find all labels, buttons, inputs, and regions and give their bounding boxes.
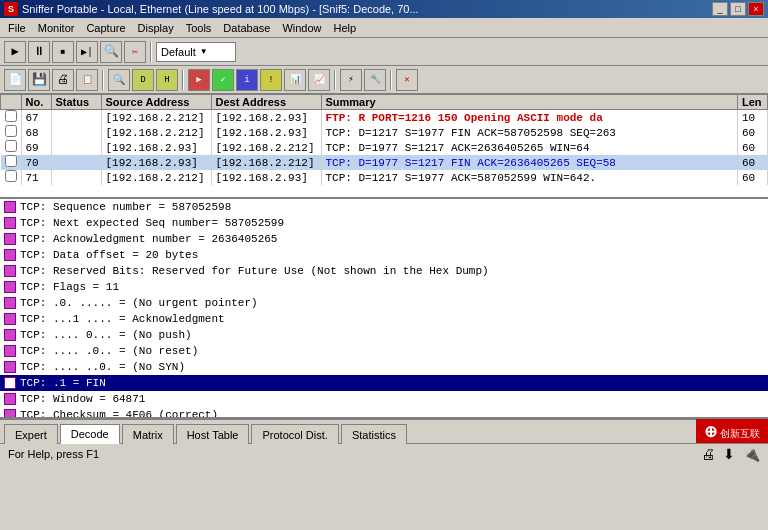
decode-icon — [4, 409, 16, 419]
menu-tools[interactable]: Tools — [180, 20, 218, 36]
menu-window[interactable]: Window — [276, 20, 327, 36]
packet-cell: 60 — [738, 140, 768, 155]
decode-line[interactable]: TCP: .1 = FIN — [0, 375, 768, 391]
decode-line[interactable]: TCP: .... .0.. = (No reset) — [0, 343, 768, 359]
decode-icon — [4, 201, 16, 213]
decode-line[interactable]: TCP: Sequence number = 587052598 — [0, 199, 768, 215]
decode-icon — [4, 281, 16, 293]
decode-line[interactable]: TCP: .... ..0. = (No SYN) — [0, 359, 768, 375]
col-src-header: Source Address — [101, 95, 211, 110]
tb2-icon2[interactable]: ✓ — [212, 69, 234, 91]
title-buttons: _ □ × — [712, 2, 764, 16]
packet-cell: 70 — [21, 155, 51, 170]
hex-button[interactable]: H — [156, 69, 178, 91]
network-icon: 🔌 — [743, 446, 760, 462]
menu-help[interactable]: Help — [328, 20, 363, 36]
packet-cell: [192.168.2.93] — [101, 140, 211, 155]
tb2-btn4[interactable]: 📋 — [76, 69, 98, 91]
maximize-button[interactable]: □ — [730, 2, 746, 16]
tb2-icon8[interactable]: 🔧 — [364, 69, 386, 91]
menu-capture[interactable]: Capture — [80, 20, 131, 36]
packet-cell: 67 — [21, 110, 51, 126]
decode-line[interactable]: TCP: Reserved Bits: Reserved for Future … — [0, 263, 768, 279]
tab-matrix[interactable]: Matrix — [122, 424, 174, 444]
minimize-button[interactable]: _ — [712, 2, 728, 16]
packet-cell — [51, 170, 101, 185]
tb2-icon9[interactable]: ✕ — [396, 69, 418, 91]
packet-cell: 68 — [21, 125, 51, 140]
packet-cell: 69 — [21, 140, 51, 155]
filter-dropdown[interactable]: Default ▼ — [156, 42, 236, 62]
tb2-icon1[interactable]: ▶ — [188, 69, 210, 91]
decode-button[interactable]: D — [132, 69, 154, 91]
decode-line[interactable]: TCP: Window = 64871 — [0, 391, 768, 407]
decode-icon — [4, 313, 16, 325]
stop-button[interactable]: ■ — [52, 41, 74, 63]
packet-table-container: No. Status Source Address Dest Address S… — [0, 94, 768, 199]
decode-text: TCP: Window = 64871 — [20, 393, 145, 405]
menu-monitor[interactable]: Monitor — [32, 20, 81, 36]
printer-icon: 🖨 — [701, 446, 715, 462]
decode-line[interactable]: TCP: Next expected Seq number= 587052599 — [0, 215, 768, 231]
window-title: Sniffer Portable - Local, Ethernet (Line… — [22, 3, 419, 15]
tab-decode[interactable]: Decode — [60, 424, 120, 444]
packet-cell: [192.168.2.212] — [101, 170, 211, 185]
save-button[interactable]: 💾 — [28, 69, 50, 91]
search-button[interactable]: 🔍 — [100, 41, 122, 63]
tb2-icon6[interactable]: 📈 — [308, 69, 330, 91]
print-button[interactable]: 🖨 — [52, 69, 74, 91]
decode-line[interactable]: TCP: Data offset = 20 bytes — [0, 247, 768, 263]
tb2-icon4[interactable]: ! — [260, 69, 282, 91]
col-len-header: Len — [738, 95, 768, 110]
packet-scroll[interactable]: No. Status Source Address Dest Address S… — [0, 94, 768, 199]
decode-line[interactable]: TCP: .0. ..... = (No urgent pointer) — [0, 295, 768, 311]
decode-text: TCP: Reserved Bits: Reserved for Future … — [20, 265, 489, 277]
menu-display[interactable]: Display — [132, 20, 180, 36]
tab-expert[interactable]: Expert — [4, 424, 58, 444]
packet-cell: 60 — [738, 170, 768, 185]
packet-cell: [192.168.2.93] — [101, 155, 211, 170]
decode-text: TCP: Data offset = 20 bytes — [20, 249, 198, 261]
decode-text: TCP: Sequence number = 587052598 — [20, 201, 231, 213]
decode-pane[interactable]: TCP: Sequence number = 587052598TCP: Nex… — [0, 199, 768, 419]
capture-button[interactable]: ✂ — [124, 41, 146, 63]
decode-icon — [4, 233, 16, 245]
decode-text: TCP: .0. ..... = (No urgent pointer) — [20, 297, 258, 309]
tb2-icon7[interactable]: ⚡ — [340, 69, 362, 91]
tab-protocol-dist.[interactable]: Protocol Dist. — [251, 424, 338, 444]
packet-cell: 60 — [738, 155, 768, 170]
tb2-icon3[interactable]: i — [236, 69, 258, 91]
step-button[interactable]: ▶| — [76, 41, 98, 63]
decode-line[interactable]: TCP: .... 0... = (No push) — [0, 327, 768, 343]
pause-button[interactable]: ⏸ — [28, 41, 50, 63]
decode-text: TCP: Checksum = 4F06 (correct) — [20, 409, 218, 419]
menu-file[interactable]: File — [2, 20, 32, 36]
menu-database[interactable]: Database — [217, 20, 276, 36]
new-button[interactable]: 📄 — [4, 69, 26, 91]
decode-text: TCP: Next expected Seq number= 587052599 — [20, 217, 284, 229]
tb2-icon5[interactable]: 📊 — [284, 69, 306, 91]
decode-line[interactable]: TCP: ...1 .... = Acknowledgment — [0, 311, 768, 327]
title-bar: S Sniffer Portable - Local, Ethernet (Li… — [0, 0, 768, 18]
tab-statistics[interactable]: Statistics — [341, 424, 407, 444]
decode-text: TCP: .1 = FIN — [20, 377, 106, 389]
status-text: For Help, press F1 — [8, 448, 99, 460]
decode-icon — [4, 361, 16, 373]
tab-host-table[interactable]: Host Table — [176, 424, 250, 444]
dropdown-arrow-icon: ▼ — [200, 47, 208, 56]
zoom-in-button[interactable]: 🔍 — [108, 69, 130, 91]
decode-line[interactable]: TCP: Acknowledgment number = 2636405265 — [0, 231, 768, 247]
packet-cell — [51, 125, 101, 140]
decode-line[interactable]: TCP: Checksum = 4F06 (correct) — [0, 407, 768, 419]
app-icon: S — [4, 2, 18, 16]
decode-line[interactable]: TCP: Flags = 11 — [0, 279, 768, 295]
status-icons: 🖨 ⬇ 🔌 — [701, 446, 760, 462]
decode-icon — [4, 345, 16, 357]
play-button[interactable]: ▶ — [4, 41, 26, 63]
brand-logo: ⊕ 创新互联 — [704, 422, 760, 441]
close-button[interactable]: × — [748, 2, 764, 16]
decode-icon — [4, 329, 16, 341]
decode-text: TCP: .... ..0. = (No SYN) — [20, 361, 185, 373]
packet-cell: [192.168.2.93] — [211, 170, 321, 185]
toolbar2-separator-4 — [390, 70, 392, 90]
